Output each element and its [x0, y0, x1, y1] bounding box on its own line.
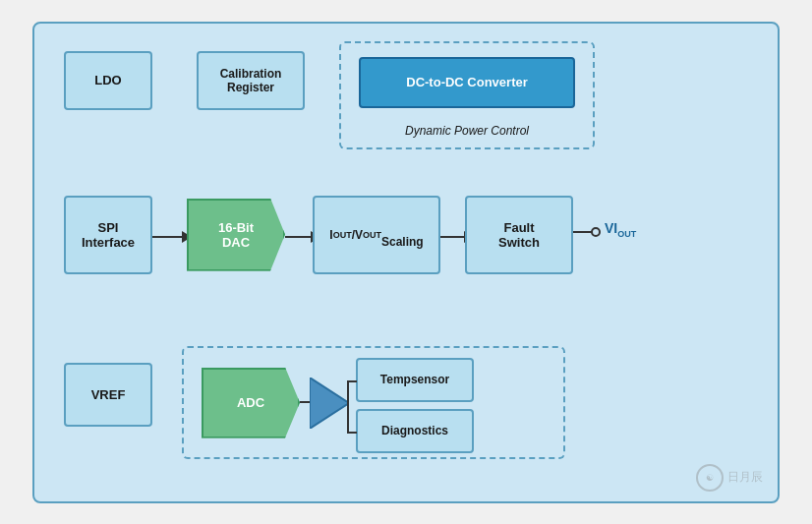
adc-block: ADC — [202, 368, 300, 438]
arrow-adc-triangle — [300, 401, 310, 403]
vertical-connector — [347, 380, 349, 434]
dc-converter-block: DC-to-DC Converter — [359, 57, 575, 108]
watermark: ☯ 日月辰 — [696, 464, 763, 492]
vref-block: VREF — [64, 363, 152, 427]
calibration-register-block: CalibrationRegister — [197, 51, 305, 110]
adc-mux-triangle — [310, 378, 349, 429]
viout-node — [591, 227, 601, 237]
arrow-fault-viout — [573, 231, 593, 233]
adc-section-box: ADC Tempsensor Diagnostics — [182, 346, 565, 459]
svg-marker-0 — [310, 378, 349, 429]
dac-16bit-block: 16-BitDAC — [187, 199, 285, 271]
diagnostics-block: Diagnostics — [356, 409, 474, 453]
spi-interface-block: SPIInterface — [64, 196, 152, 274]
fault-switch-block: FaultSwitch — [465, 196, 573, 274]
iout-vout-scaling-block: IOUT/VOUTScaling — [313, 196, 440, 274]
arrow-spi-dac — [152, 231, 192, 243]
ldo-block: LDO — [64, 51, 152, 110]
tempsensor-block: Tempsensor — [356, 358, 474, 402]
dynamic-power-control-label: Dynamic Power Control — [341, 124, 593, 138]
dynamic-power-control-box: DC-to-DC Converter Dynamic Power Control — [339, 41, 595, 149]
diagram-container: LDO CalibrationRegister DC-to-DC Convert… — [32, 22, 780, 503]
watermark-text: 日月辰 — [727, 469, 763, 486]
viout-label: VIOUT — [605, 220, 636, 239]
watermark-circle: ☯ — [696, 464, 724, 492]
